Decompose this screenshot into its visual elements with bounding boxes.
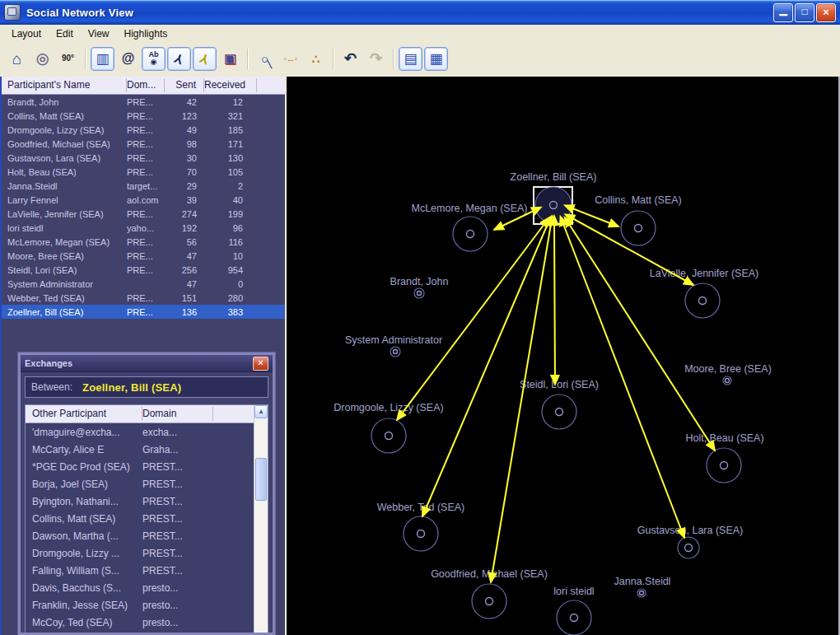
exchange-row[interactable]: Franklin, Jesse (SEA)presto... [26,596,268,614]
column-header[interactable]: Other Participant [26,407,142,421]
participant-row[interactable]: Gustavson, Lara (SEA)PRE...30130 [2,151,285,165]
participant-domain: yaho... [127,223,165,233]
column-header[interactable] [213,407,254,421]
app-icon [4,4,21,21]
graph-node[interactable] [414,288,424,298]
column-header[interactable]: Received [204,78,257,92]
column-view-icon[interactable]: ▥ [91,47,114,71]
participant-row[interactable]: Zoellner, Bill (SEA)PRE...136383 [2,305,285,319]
scroll-up-icon[interactable]: ▲ [254,405,268,418]
participant-row[interactable]: Brandt, JohnPRE...4212 [2,95,285,109]
column-header[interactable]: Domain [142,407,213,421]
participant-row[interactable]: LaVielle, Jennifer (SEA)PRE...274199 [2,207,285,221]
close-icon[interactable]: × [253,357,268,371]
exchange-row[interactable]: Collins, Matt (SEA)PREST... [26,510,268,527]
graph-node[interactable] [707,448,741,483]
graph-node[interactable] [557,600,591,635]
exchange-row[interactable]: Falling, William (S...PREST... [26,562,268,579]
participant-sent: 39 [165,195,204,205]
participant-row[interactable]: Dromgoole, Lizzy (SEA)PRE...49185 [2,123,285,137]
participant-row[interactable]: McLemore, Megan (SEA)PRE...56116 [2,235,285,249]
graph-node[interactable] [453,217,488,251]
menu-item-layout[interactable]: Layout [4,26,49,42]
exchange-row[interactable]: McCarty, Alice EGraha... [26,441,268,458]
participant-domain: PRE... [127,125,165,135]
at-icon[interactable]: @ [116,47,140,71]
menu-item-highlights[interactable]: Highlights [117,26,175,42]
scrollbar-thumb[interactable] [255,458,267,501]
exchange-row[interactable]: McCoy, Ted (SEA)presto... [26,614,268,631]
exchange-row[interactable]: Dromgoole, Lizzy ...PREST... [26,544,268,562]
exchange-participant: Dromgoole, Lizzy ... [26,548,142,559]
participant-row[interactable]: Holt, Beau (SEA)PRE...70105 [2,165,285,179]
exchange-domain: presto... [142,600,213,611]
graph-node[interactable] [542,395,576,429]
graph-node[interactable] [534,187,572,224]
participant-row[interactable]: Goodfried, Michael (SEA)PRE...98171 [2,137,285,151]
detail-view-icon[interactable]: ▦ [424,47,448,71]
graph-node[interactable] [678,537,699,558]
participant-row[interactable]: Webber, Ted (SEA)PRE...151280 [2,291,285,305]
graph-node[interactable] [723,376,731,385]
label-node-icon[interactable]: Ab◉ [142,47,166,71]
menu-item-edit[interactable]: Edit [49,26,81,42]
fork-blue-icon[interactable]: Y [167,47,191,71]
exchange-row[interactable]: Borja, Joel (SEA)PREST... [26,475,268,493]
undo-icon[interactable]: ↶ [338,47,362,71]
layers-icon[interactable]: ▣ [218,47,242,71]
scatter-nodes-icon[interactable]: ∴ [304,47,328,71]
exchange-row[interactable]: Davis, Bacchus (S...presto... [26,579,268,596]
node-outer-circle [542,395,576,429]
node-outer-circle [621,211,656,245]
zoom-icon[interactable]: ○ [253,47,277,71]
exchange-row[interactable]: *PGE Doc Prod (SEA)PREST... [26,458,268,475]
expand-node-icon[interactable]: ◦↔◦ [278,47,302,71]
restore-button[interactable]: □ [795,3,814,22]
graph-node[interactable] [371,418,406,453]
graph-node[interactable] [637,589,646,597]
graph-node[interactable] [404,516,438,551]
exchanges-scrollbar[interactable]: ▲ [254,405,268,633]
column-header[interactable]: Sent [165,78,204,92]
list-view-icon[interactable]: ▤ [399,47,422,71]
window-title: Social Network View [26,7,133,19]
exchange-row[interactable]: Oltmans, Sarah (S...presto... [26,631,268,633]
circular-layout-icon[interactable]: ◎ [30,47,54,71]
graph-node[interactable] [472,584,506,619]
menu-item-view[interactable]: View [81,26,117,42]
graph-node[interactable] [390,347,400,357]
close-button[interactable]: × [816,3,836,22]
between-bar: Between: Zoellner, Bill (SEA) [25,376,268,398]
title-bar[interactable]: Social Network View ▁□× [0,0,840,25]
graph-node[interactable] [621,211,656,245]
participant-row[interactable]: Steidl, Lori (SEA)PRE...256954 [2,263,285,277]
participant-row[interactable]: System Administrator470 [2,277,285,291]
column-header[interactable] [257,78,285,92]
exchanges-header: Other ParticipantDomain [26,405,268,423]
network-graph-panel[interactable]: Zoellner, Bill (SEA)McLemore, Megan (SEA… [287,77,838,635]
exchange-row[interactable]: Dawson, Martha (...PREST... [26,527,268,544]
participant-row[interactable]: lori steidlyaho...19296 [2,221,285,235]
graph-node[interactable] [685,283,720,318]
participant-row[interactable]: Janna.Steidltarget...292 [2,179,285,193]
fork-yellow-icon[interactable]: Y [193,47,217,71]
home-icon[interactable]: ⌂ [5,47,29,71]
exchanges-title-bar[interactable]: Exchanges × [21,355,273,372]
exchange-row[interactable]: 'dmaguire@excha...excha... [26,423,268,441]
redo-icon[interactable]: ↷ [364,47,388,71]
minimize-button[interactable]: ▁ [773,3,793,22]
participant-row[interactable]: Moore, Bree (SEA)PRE...4710 [2,249,285,263]
exchange-row[interactable]: Byington, Nathani...PREST... [26,493,268,510]
rotate-90-icon[interactable]: 90° [56,47,80,71]
column-header[interactable]: Participant's Name [2,78,127,92]
node-inner-circle [385,432,393,440]
participant-received: 10 [204,251,257,261]
column-header[interactable]: Dom... [127,78,165,92]
participant-sent: 256 [165,265,204,275]
node-label: Steidl, Lori (SEA) [520,379,599,390]
exchange-participant: Dawson, Martha (... [26,530,142,542]
participant-row[interactable]: Collins, Matt (SEA)PRE...123321 [2,109,285,123]
node-inner-circle [699,297,707,305]
participant-row[interactable]: Larry Fennelaol.com3940 [2,193,285,207]
exchange-domain: PREST... [142,565,213,577]
